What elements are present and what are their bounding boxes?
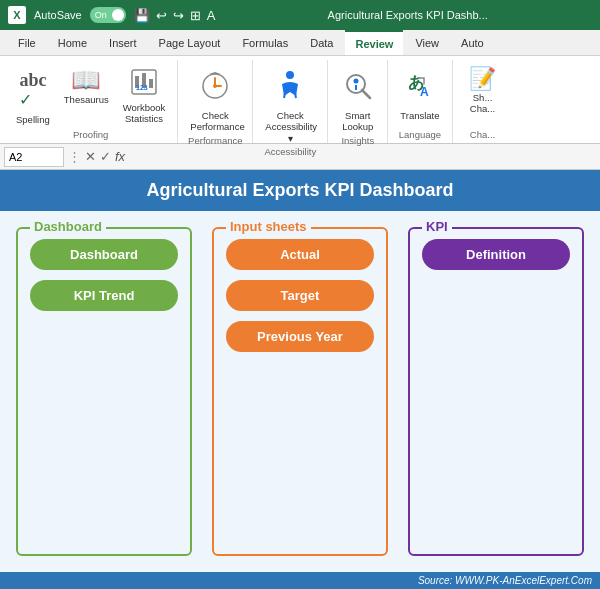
spreadsheet: Agricultural Exports KPI Dashboard Dashb… [0, 170, 600, 589]
save-icon[interactable]: 💾 [134, 8, 150, 23]
workbook-stats-label: WorkbookStatistics [123, 102, 166, 125]
spelling-icon: abc ✓ [19, 68, 46, 112]
tab-auto[interactable]: Auto [451, 30, 494, 55]
check-performance-icon [199, 68, 231, 108]
toolbar-icons: 💾 ↩ ↪ ⊞ A [134, 8, 216, 23]
definition-btn[interactable]: Definition [422, 239, 570, 270]
show-changes-button[interactable]: 📝 Sh...Cha... [465, 66, 501, 117]
formula-bar-icons: ✕ ✓ [85, 149, 111, 164]
group-label-input-sheets: Input sheets [226, 219, 311, 234]
spelling-button[interactable]: abc ✓ Spelling [12, 66, 54, 127]
performance-items: CheckPerformance [186, 64, 244, 135]
previous-year-btn[interactable]: Previous Year [226, 321, 374, 352]
tab-view[interactable]: View [405, 30, 449, 55]
ribbon: abc ✓ Spelling 📖 Thesaurus 123 [0, 56, 600, 144]
ribbon-group-proofing: abc ✓ Spelling 📖 Thesaurus 123 [4, 60, 178, 143]
check-performance-button[interactable]: CheckPerformance [186, 66, 244, 135]
insights-group-label: Insights [341, 135, 374, 149]
performance-group-label: Performance [188, 135, 242, 149]
svg-point-10 [353, 79, 358, 84]
smart-lookup-label: SmartLookup [342, 110, 373, 133]
spreadsheet-area: Agricultural Exports KPI Dashboard Dashb… [0, 170, 600, 589]
tab-file[interactable]: File [8, 30, 46, 55]
workbook-stats-button[interactable]: 123 WorkbookStatistics [119, 66, 170, 127]
language-group-label: Language [399, 129, 441, 143]
title-bar: X AutoSave On 💾 ↩ ↪ ⊞ A Agricultural Exp… [0, 0, 600, 30]
fx-label: fx [115, 149, 125, 164]
group-box-kpi: KPI Definition [408, 227, 584, 556]
autosave-toggle[interactable]: On [90, 7, 126, 23]
group-label-dashboard: Dashboard [30, 219, 106, 234]
toggle-knob [112, 9, 124, 21]
redo-icon[interactable]: ↪ [173, 8, 184, 23]
translate-button[interactable]: あ A Translate [396, 66, 443, 123]
changes-group-label: Cha... [470, 129, 495, 143]
ribbon-group-changes: 📝 Sh...Cha... Cha... [453, 60, 513, 143]
source-bar: Source: WWW.PK-AnExcelExpert.Com [0, 572, 600, 589]
cell-reference[interactable]: A2 [4, 147, 64, 167]
accessibility-items: CheckAccessibility ▾ [261, 64, 319, 146]
tab-review[interactable]: Review [345, 30, 403, 55]
dashboard-groups: Dashboard Dashboard KPI Trend Input shee… [16, 227, 584, 556]
svg-line-9 [362, 90, 370, 98]
autosave-state: On [92, 10, 107, 20]
check-accessibility-label: CheckAccessibility ▾ [265, 110, 315, 144]
dashboard-group-dashboard: Dashboard Dashboard KPI Trend [16, 227, 192, 556]
language-items: あ A Translate [396, 64, 443, 129]
check-accessibility-icon [274, 68, 306, 108]
tab-home[interactable]: Home [48, 30, 97, 55]
actual-btn[interactable]: Actual [226, 239, 374, 270]
ribbon-group-performance: CheckPerformance Performance [178, 60, 253, 143]
formula-bar-separator: ⋮ [68, 149, 81, 164]
dashboard-title: Agricultural Exports KPI Dashboard [0, 170, 600, 211]
proofing-group-label: Proofing [73, 129, 108, 143]
dashboard-group-kpi: KPI Definition [408, 227, 584, 556]
smart-lookup-button[interactable]: SmartLookup [338, 66, 378, 135]
font-color-icon[interactable]: A [207, 8, 216, 23]
target-btn[interactable]: Target [226, 280, 374, 311]
check-performance-label: CheckPerformance [190, 110, 240, 133]
svg-text:A: A [420, 85, 429, 99]
proofing-items: abc ✓ Spelling 📖 Thesaurus 123 [12, 64, 169, 129]
group-box-input-sheets: Input sheets Actual Target Previous Year [212, 227, 388, 556]
confirm-formula-icon[interactable]: ✓ [100, 149, 111, 164]
dashboard-btn[interactable]: Dashboard [30, 239, 178, 270]
svg-text:123: 123 [136, 84, 148, 91]
ribbon-group-insights: SmartLookup Insights [328, 60, 388, 143]
svg-rect-3 [149, 79, 153, 88]
tab-insert[interactable]: Insert [99, 30, 147, 55]
smart-lookup-icon [342, 68, 374, 108]
insights-items: SmartLookup [338, 64, 378, 135]
thesaurus-icon: 📖 [71, 68, 101, 92]
show-changes-icon: 📝 [469, 68, 496, 90]
translate-label: Translate [400, 110, 439, 121]
group-label-kpi: KPI [422, 219, 452, 234]
spelling-label: Spelling [16, 114, 50, 125]
cancel-formula-icon[interactable]: ✕ [85, 149, 96, 164]
tab-formulas[interactable]: Formulas [232, 30, 298, 55]
accessibility-group-label: Accessibility [264, 146, 316, 160]
window-title: Agricultural Exports KPI Dashb... [223, 9, 592, 21]
ribbon-tabs: File Home Insert Page Layout Formulas Da… [0, 30, 600, 56]
grid-icon[interactable]: ⊞ [190, 8, 201, 23]
kpi-trend-btn[interactable]: KPI Trend [30, 280, 178, 311]
ribbon-group-language: あ A Translate Language [388, 60, 452, 143]
changes-items: 📝 Sh...Cha... [465, 64, 501, 129]
workbook-stats-icon: 123 [130, 68, 158, 100]
svg-point-6 [213, 84, 217, 88]
undo-icon[interactable]: ↩ [156, 8, 167, 23]
ribbon-group-accessibility: CheckAccessibility ▾ Accessibility [253, 60, 328, 143]
tab-page-layout[interactable]: Page Layout [149, 30, 231, 55]
excel-icon: X [8, 6, 26, 24]
translate-icon: あ A [404, 68, 436, 108]
dashboard-content: Dashboard Dashboard KPI Trend Input shee… [0, 211, 600, 572]
group-box-dashboard: Dashboard Dashboard KPI Trend [16, 227, 192, 556]
autosave-label: AutoSave [34, 9, 82, 21]
thesaurus-button[interactable]: 📖 Thesaurus [60, 66, 113, 107]
tab-data[interactable]: Data [300, 30, 343, 55]
svg-point-7 [286, 71, 294, 79]
show-changes-label: Sh...Cha... [470, 92, 495, 115]
check-accessibility-button[interactable]: CheckAccessibility ▾ [261, 66, 319, 146]
thesaurus-label: Thesaurus [64, 94, 109, 105]
dashboard-group-input-sheets: Input sheets Actual Target Previous Year [212, 227, 388, 556]
